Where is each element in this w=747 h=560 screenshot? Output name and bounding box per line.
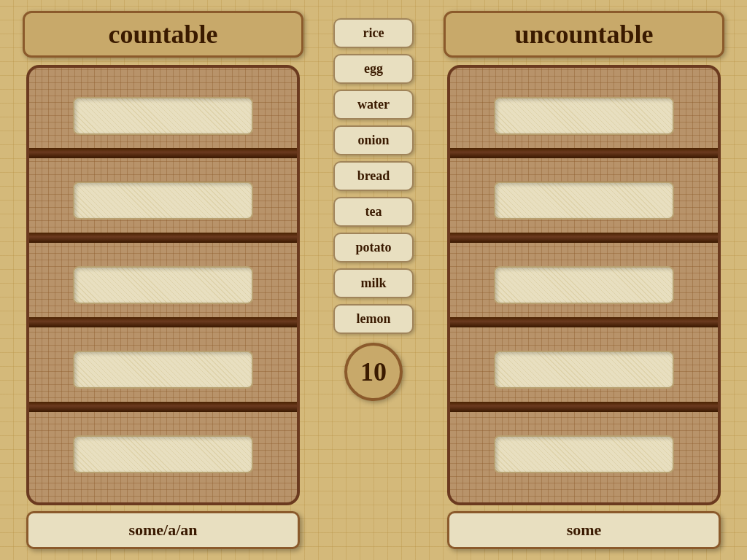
uncountable-title: uncountable — [444, 11, 724, 58]
shelf-row-r3 — [459, 243, 710, 327]
word-card-lemon[interactable]: lemon — [333, 304, 414, 334]
shelf-row-2 — [38, 158, 289, 243]
word-card-onion[interactable]: onion — [333, 125, 414, 155]
word-card-potato[interactable]: potato — [333, 233, 414, 262]
shelf-slot-left-3[interactable] — [73, 266, 254, 304]
countable-shelf — [26, 65, 301, 505]
shelf-slot-right-2[interactable] — [494, 182, 675, 219]
shelf-slot-right-4[interactable] — [494, 351, 675, 389]
shelf-row-1 — [38, 74, 289, 158]
word-card-milk[interactable]: milk — [333, 268, 414, 298]
countable-column: countable some/a/an — [0, 0, 322, 560]
uncountable-column: uncountable some — [425, 0, 747, 560]
shelf-board-r3 — [450, 317, 719, 327]
uncountable-label: some — [447, 511, 721, 549]
shelf-board-r4 — [450, 402, 719, 412]
shelf-row-r5 — [459, 412, 710, 497]
shelf-row-3 — [38, 243, 289, 327]
shelf-slot-left-5[interactable] — [73, 435, 254, 473]
word-counter: 10 — [344, 343, 403, 401]
uncountable-shelf — [447, 65, 721, 505]
countable-title: countable — [23, 11, 303, 58]
word-card-egg[interactable]: egg — [333, 54, 414, 84]
shelf-slot-left-1[interactable] — [73, 97, 254, 135]
shelf-board-r2 — [450, 233, 719, 243]
word-card-bread[interactable]: bread — [333, 161, 414, 191]
shelf-board-4 — [29, 402, 298, 412]
word-card-rice[interactable]: rice — [333, 18, 414, 48]
shelf-row-5 — [38, 412, 289, 497]
word-card-water[interactable]: water — [333, 90, 414, 120]
shelf-board-1 — [29, 148, 298, 158]
words-column: rice egg water onion bread tea potato mi… — [322, 0, 425, 560]
shelf-board-r1 — [450, 148, 719, 158]
shelf-slot-left-2[interactable] — [73, 182, 254, 219]
shelf-slot-right-3[interactable] — [494, 266, 675, 304]
shelf-slot-right-5[interactable] — [494, 435, 675, 473]
shelf-row-4 — [38, 327, 289, 412]
shelf-row-r2 — [459, 158, 710, 243]
shelf-row-r1 — [459, 74, 710, 158]
shelf-board-3 — [29, 317, 298, 327]
shelf-slot-right-1[interactable] — [494, 97, 675, 135]
word-card-tea[interactable]: tea — [333, 197, 414, 227]
shelf-slot-left-4[interactable] — [73, 351, 254, 389]
shelf-board-2 — [29, 233, 298, 243]
shelf-row-r4 — [459, 327, 710, 412]
countable-label: some/a/an — [26, 511, 301, 549]
